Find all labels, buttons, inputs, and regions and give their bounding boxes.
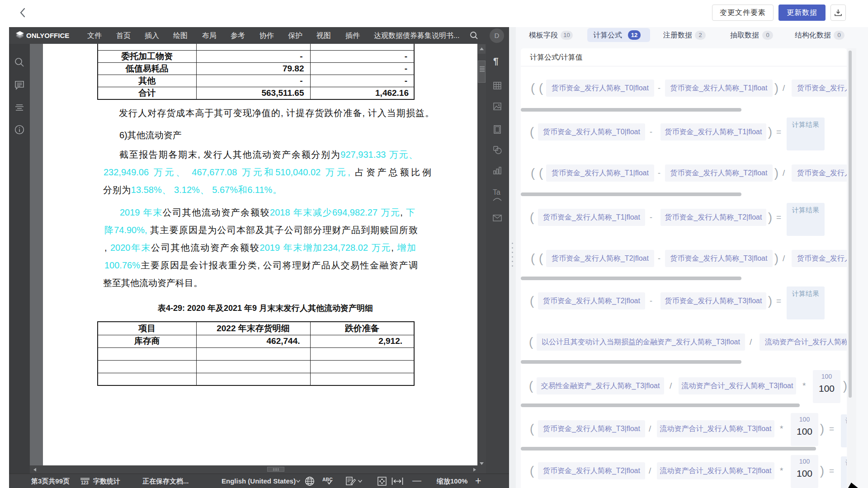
svg-text:123: 123 — [81, 480, 89, 485]
